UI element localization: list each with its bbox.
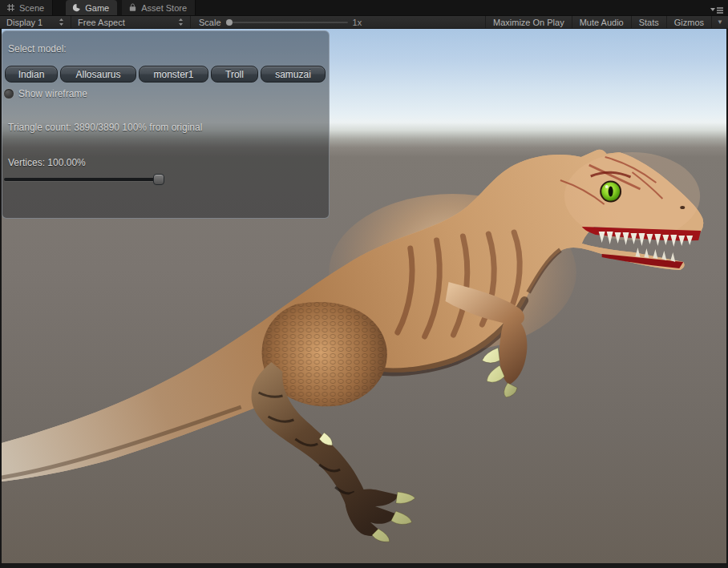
model-button-monster1[interactable]: monster1 (139, 66, 208, 83)
model-button-row: Indian Allosaurus monster1 Troll samuzai (5, 66, 326, 83)
scale-slider[interactable] (226, 18, 348, 26)
wireframe-toggle[interactable] (3, 88, 14, 99)
model-button-indian[interactable]: Indian (5, 66, 58, 83)
tab-scene[interactable]: Scene (0, 0, 53, 15)
model-button-allosaurus[interactable]: Allosaurus (60, 66, 136, 83)
display-dropdown[interactable]: Display 1 (0, 16, 71, 28)
vertices-label: Vertices: 100.00% (8, 157, 86, 168)
updown-arrows-icon (59, 18, 64, 26)
tab-label: Scene (19, 3, 44, 13)
window-menu-icon[interactable] (710, 3, 724, 18)
pacman-icon (72, 3, 81, 12)
model-button-samuzai[interactable]: samuzai (261, 66, 326, 83)
gizmos-caret-icon[interactable]: ▼ (711, 16, 728, 28)
view-tabbar: Scene Game Asset Store (0, 0, 728, 15)
updown-arrows-icon (178, 18, 184, 26)
stats-button[interactable]: Stats (631, 16, 666, 28)
tab-label: Asset Store (141, 3, 187, 13)
shop-bag-icon (128, 3, 137, 12)
model-button-troll[interactable]: Troll (211, 66, 258, 83)
aspect-dropdown[interactable]: Free Aspect (71, 16, 190, 28)
scale-slider-knob[interactable] (226, 19, 233, 26)
model-settings-panel: Select model: Indian Allosaurus monster1… (2, 30, 330, 219)
unity-editor-window: Scene Game Asset Store Display 1 Free As… (0, 0, 728, 568)
vertices-slider-track (4, 178, 164, 181)
tab-asset-store[interactable]: Asset Store (122, 0, 196, 15)
scale-label: Scale (199, 18, 221, 27)
tab-label: Game (85, 3, 109, 13)
gizmos-dropdown[interactable]: Gizmos (666, 16, 711, 28)
game-viewport: Select model: Indian Allosaurus monster1… (0, 29, 728, 568)
aspect-dropdown-label: Free Aspect (78, 18, 125, 27)
vertices-slider-handle[interactable] (153, 174, 164, 185)
game-view-toolbar: Display 1 Free Aspect Scale 1x Maximize … (0, 15, 728, 29)
triangle-count-label: Triangle count: 3890/3890 100% from orig… (8, 122, 202, 133)
scale-control: Scale 1x (191, 18, 370, 27)
wireframe-label: Show wireframe (18, 88, 87, 99)
mute-audio-button[interactable]: Mute Audio (572, 16, 631, 28)
vertices-slider[interactable] (4, 174, 164, 185)
display-dropdown-label: Display 1 (6, 18, 42, 27)
scale-value: 1x (353, 18, 362, 27)
maximize-on-play-button[interactable]: Maximize On Play (485, 16, 572, 28)
select-model-label: Select model: (8, 43, 67, 54)
wireframe-toggle-row: Show wireframe (3, 88, 87, 99)
scale-slider-track (226, 22, 348, 23)
grid-icon (6, 3, 15, 12)
tab-game[interactable]: Game (66, 0, 117, 15)
